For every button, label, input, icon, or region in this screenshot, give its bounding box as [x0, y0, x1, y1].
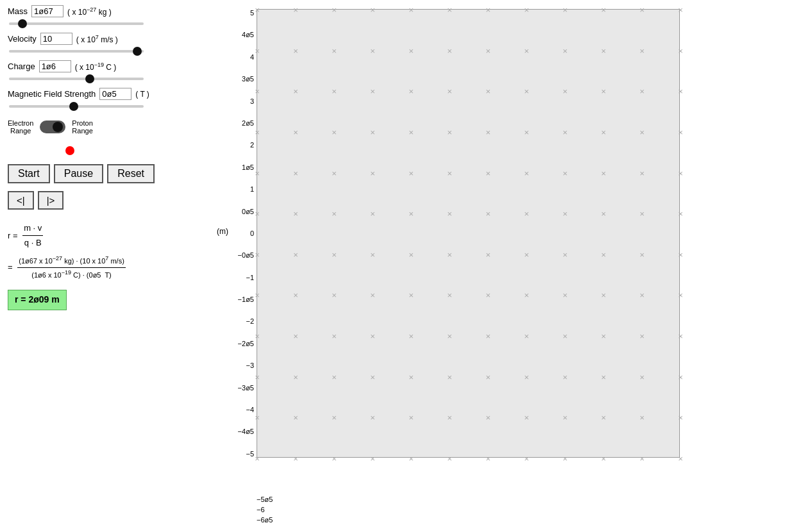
particle-dot	[65, 146, 74, 155]
formula-fraction-1: m · v q · B	[22, 221, 43, 250]
bfield-slider-thumb[interactable]	[69, 102, 78, 111]
cross-mark: ×	[486, 209, 491, 219]
step-fwd-button[interactable]: |>	[38, 191, 64, 210]
y-label: 4	[231, 53, 254, 61]
cross-mark: ×	[524, 454, 529, 463]
cross-mark: ×	[639, 372, 645, 381]
particle-toggle-switch[interactable]	[40, 121, 65, 133]
cross-mark: ×	[293, 209, 298, 219]
cross-mark: ×	[332, 290, 337, 300]
cross-mark: ×	[486, 454, 491, 463]
cross-mark: ×	[562, 87, 568, 96]
cross-mark: ×	[370, 331, 375, 341]
cross-mark: ×	[332, 372, 337, 381]
cross-mark: ×	[370, 454, 375, 463]
y-label: −3ø5	[231, 384, 254, 392]
cross-mark: ×	[370, 5, 375, 15]
cross-mark: ×	[562, 5, 568, 15]
y-label: −5	[231, 450, 254, 458]
cross-mark: ×	[409, 87, 414, 96]
cross-mark: ×	[447, 372, 452, 381]
cross-mark: ×	[486, 5, 491, 15]
cross-mark: ×	[332, 5, 337, 15]
velocity-slider-row	[8, 50, 191, 53]
charge-slider-thumb[interactable]	[85, 74, 94, 83]
cross-mark: ×	[370, 413, 375, 422]
cross-mark: ×	[524, 249, 529, 259]
charge-input[interactable]	[39, 60, 71, 72]
bfield-input[interactable]	[99, 88, 131, 100]
cross-mark: ×	[370, 46, 375, 55]
step-back-button[interactable]: <|	[8, 191, 34, 210]
cross-mark: ×	[524, 209, 529, 219]
cross-mark: ×	[447, 5, 452, 15]
y-label: 3ø5	[231, 75, 254, 83]
cross-mark: ×	[486, 46, 491, 55]
cross-mark: ×	[409, 209, 414, 219]
cross-mark: ×	[255, 209, 260, 219]
cross-mark: ×	[255, 87, 260, 96]
cross-mark: ×	[447, 209, 452, 219]
formula-denominator-2: (1ø6 x 10−19 C) · (0ø5 T)	[30, 268, 113, 281]
cross-mark: ×	[447, 413, 452, 422]
y-label: 0	[231, 229, 254, 237]
cross-mark: ×	[639, 454, 645, 463]
cross-mark: ×	[678, 127, 683, 137]
cross-mark: ×	[332, 46, 337, 55]
cross-mark: ×	[486, 372, 491, 381]
velocity-slider-thumb[interactable]	[133, 47, 142, 56]
cross-mark: ×	[293, 46, 298, 55]
below-y-label: −6	[257, 504, 812, 515]
cross-mark: ×	[486, 127, 491, 137]
cross-mark: ×	[562, 168, 568, 178]
y-label: 2	[231, 141, 254, 149]
cross-mark: ×	[447, 454, 452, 463]
below-y-labels: −5ø5−6−6ø5	[257, 494, 812, 525]
velocity-input[interactable]	[40, 33, 72, 45]
mass-slider-track[interactable]	[9, 22, 144, 25]
cross-mark: ×	[562, 290, 568, 300]
control-buttons: Start Pause Reset	[8, 164, 191, 183]
formula-numerator-1: m · v	[22, 221, 43, 236]
start-button[interactable]: Start	[8, 164, 50, 183]
cross-mark: ×	[293, 5, 298, 15]
y-label: −0ø5	[231, 251, 254, 259]
cross-mark: ×	[409, 331, 414, 341]
toggle-knob	[53, 122, 63, 132]
velocity-exp: 7	[96, 34, 99, 40]
cross-mark: ×	[409, 5, 414, 15]
mass-slider-thumb[interactable]	[18, 19, 27, 28]
cross-mark: ×	[678, 290, 683, 300]
mass-input[interactable]	[31, 5, 63, 17]
mass-unit: ( x 10−27 kg )	[67, 6, 112, 17]
formula-denominator-1: q · B	[23, 236, 43, 250]
cross-mark: ×	[601, 290, 606, 300]
velocity-slider-track[interactable]	[9, 50, 144, 53]
bfield-label: Magnetic Field Strength	[8, 89, 96, 99]
result-value: r = 2ø09 m	[8, 290, 67, 310]
below-y-label: −5ø5	[257, 494, 812, 504]
reset-button[interactable]: Reset	[107, 164, 155, 183]
charge-slider-track[interactable]	[9, 78, 144, 80]
cross-mark: ×	[332, 168, 337, 178]
mass-exp: −27	[87, 6, 96, 13]
cross-mark: ×	[601, 127, 606, 137]
cross-mark: ×	[409, 290, 414, 300]
bfield-slider-track[interactable]	[9, 105, 144, 108]
cross-mark: ×	[639, 209, 645, 219]
mass-slider-row	[8, 22, 191, 25]
cross-mark: ×	[255, 413, 260, 422]
cross-mark: ×	[447, 127, 452, 137]
charge-label: Charge	[8, 62, 35, 71]
charge-slider-row	[8, 78, 191, 80]
cross-mark: ×	[447, 290, 452, 300]
cross-mark: ×	[601, 249, 606, 259]
cross-mark: ×	[447, 46, 452, 55]
cross-mark: ×	[639, 290, 645, 300]
cross-mark: ×	[601, 331, 606, 341]
cross-mark: ×	[332, 249, 337, 259]
y-label: −3	[231, 362, 254, 369]
pause-button[interactable]: Pause	[54, 164, 103, 183]
cross-mark: ×	[678, 209, 683, 219]
bfield-slider-row	[8, 105, 191, 108]
